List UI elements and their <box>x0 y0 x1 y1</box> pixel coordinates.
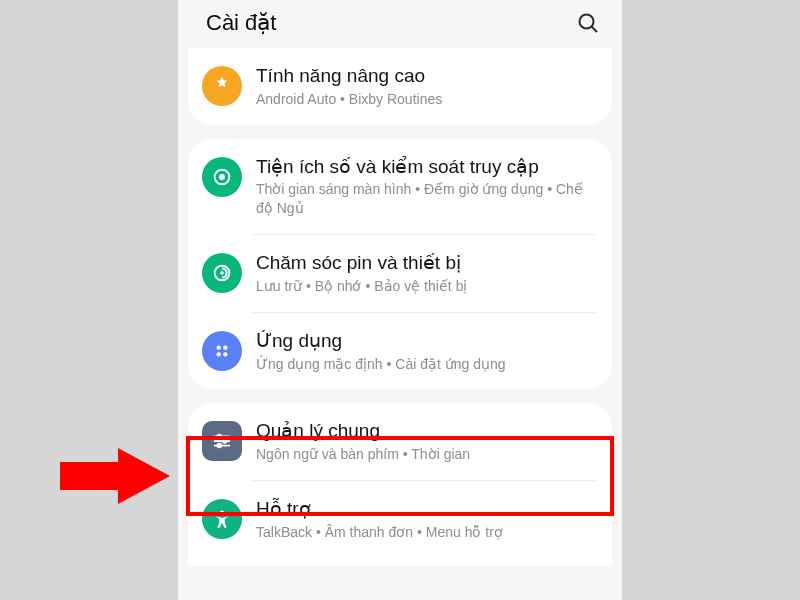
row-text: Ứng dụng Ứng dụng mặc định • Cài đặt ứng… <box>256 329 594 374</box>
settings-screen: Cài đặt Tính năng nâng cao Android Auto … <box>178 0 622 600</box>
row-subtitle: Lưu trữ • Bộ nhớ • Bảo vệ thiết bị <box>256 277 594 296</box>
settings-group: Quản lý chung Ngôn ngữ và bàn phím • Thờ… <box>188 403 612 565</box>
wellbeing-icon <box>202 157 242 197</box>
accessibility-icon <box>202 499 242 539</box>
svg-point-8 <box>217 352 221 356</box>
svg-point-13 <box>223 440 227 444</box>
row-title: Chăm sóc pin và thiết bị <box>256 251 594 275</box>
search-icon[interactable] <box>576 11 600 35</box>
row-subtitle: Ứng dụng mặc định • Cài đặt ứng dụng <box>256 355 594 374</box>
row-text: Hỗ trợ TalkBack • Âm thanh đơn • Menu hỗ… <box>256 497 594 542</box>
svg-marker-17 <box>60 448 170 504</box>
svg-point-3 <box>219 174 225 180</box>
row-general-management[interactable]: Quản lý chung Ngôn ngữ và bàn phím • Thờ… <box>188 403 612 480</box>
row-apps[interactable]: Ứng dụng Ứng dụng mặc định • Cài đặt ứng… <box>188 313 612 390</box>
row-device-care[interactable]: Chăm sóc pin và thiết bị Lưu trữ • Bộ nh… <box>188 235 612 312</box>
row-accessibility[interactable]: Hỗ trợ TalkBack • Âm thanh đơn • Menu hỗ… <box>188 481 612 558</box>
settings-group: Tính năng nâng cao Android Auto • Bixby … <box>188 48 612 125</box>
row-text: Tính năng nâng cao Android Auto • Bixby … <box>256 64 594 109</box>
svg-point-0 <box>580 15 594 29</box>
svg-point-7 <box>223 345 227 349</box>
row-subtitle: TalkBack • Âm thanh đơn • Menu hỗ trợ <box>256 523 594 542</box>
row-subtitle: Ngôn ngữ và bàn phím • Thời gian <box>256 445 594 464</box>
settings-group: Tiện ích số và kiểm soát truy cập Thời g… <box>188 139 612 390</box>
page-title: Cài đặt <box>206 10 276 36</box>
advanced-icon <box>202 66 242 106</box>
apps-icon <box>202 331 242 371</box>
svg-point-11 <box>217 435 221 439</box>
row-title: Tính năng nâng cao <box>256 64 594 88</box>
row-text: Quản lý chung Ngôn ngữ và bàn phím • Thờ… <box>256 419 594 464</box>
row-text: Tiện ích số và kiểm soát truy cập Thời g… <box>256 155 594 219</box>
svg-line-1 <box>592 27 597 32</box>
annotation-arrow-icon <box>60 448 170 504</box>
row-title: Hỗ trợ <box>256 497 594 521</box>
device-care-icon <box>202 253 242 293</box>
header: Cài đặt <box>178 0 622 48</box>
row-title: Ứng dụng <box>256 329 594 353</box>
general-management-icon <box>202 421 242 461</box>
row-title: Quản lý chung <box>256 419 594 443</box>
row-subtitle: Android Auto • Bixby Routines <box>256 90 594 109</box>
svg-point-16 <box>220 511 224 515</box>
svg-point-15 <box>217 444 221 448</box>
svg-point-5 <box>220 271 224 275</box>
row-digital-wellbeing[interactable]: Tiện ích số và kiểm soát truy cập Thời g… <box>188 139 612 235</box>
svg-point-9 <box>223 352 227 356</box>
svg-point-6 <box>217 345 221 349</box>
row-advanced-features[interactable]: Tính năng nâng cao Android Auto • Bixby … <box>188 48 612 125</box>
row-text: Chăm sóc pin và thiết bị Lưu trữ • Bộ nh… <box>256 251 594 296</box>
row-subtitle: Thời gian sáng màn hình • Đếm giờ ứng dụ… <box>256 180 594 218</box>
row-title: Tiện ích số và kiểm soát truy cập <box>256 155 594 179</box>
